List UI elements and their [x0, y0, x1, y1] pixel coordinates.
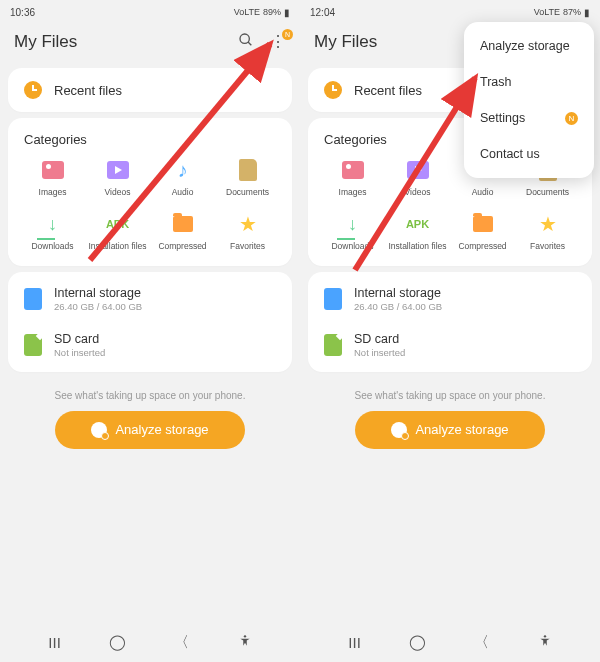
category-apk[interactable]: APKInstallation files	[85, 211, 150, 251]
nav-home[interactable]: ◯	[409, 633, 426, 651]
internal-storage-sub: 26.40 GB / 64.00 GB	[354, 301, 442, 312]
analyze-label: Analyze storage	[115, 422, 208, 437]
status-battery: 87%	[563, 7, 581, 17]
status-time: 12:04	[310, 7, 335, 18]
nav-accessibility[interactable]	[238, 634, 252, 651]
nav-back[interactable]: 〈	[474, 633, 489, 652]
svg-point-5	[544, 635, 546, 637]
sd-card-sub: Not inserted	[54, 347, 105, 358]
analyze-label: Analyze storage	[415, 422, 508, 437]
analyze-icon	[391, 422, 407, 438]
page-title: My Files	[14, 32, 77, 52]
status-bar: 10:36 VoLTE 89% ▮	[0, 0, 300, 24]
storage-hint: See what's taking up space on your phone…	[300, 390, 600, 401]
svg-point-0	[240, 34, 249, 43]
category-audio[interactable]: ♪Audio	[150, 157, 215, 197]
internal-storage-icon	[24, 288, 42, 310]
category-images[interactable]: Images	[20, 157, 85, 197]
screen-left: 10:36 VoLTE 89% ▮ My Files ⋮ N Recent fi…	[0, 0, 300, 662]
downloads-icon: ↓	[40, 211, 66, 237]
recent-label: Recent files	[354, 83, 422, 98]
nav-bar: III ◯ 〈	[0, 622, 300, 662]
menu-contact-us[interactable]: Contact us	[464, 136, 594, 172]
nav-home[interactable]: ◯	[109, 633, 126, 651]
notification-badge: N	[282, 29, 293, 40]
category-compressed[interactable]: Compressed	[450, 211, 515, 251]
videos-icon	[407, 161, 429, 179]
clock-icon	[24, 81, 42, 99]
recent-label: Recent files	[54, 83, 122, 98]
internal-storage-sub: 26.40 GB / 64.00 GB	[54, 301, 142, 312]
nav-back[interactable]: 〈	[174, 633, 189, 652]
category-documents[interactable]: Documents	[215, 157, 280, 197]
settings-badge: N	[565, 112, 578, 125]
nav-recents[interactable]: III	[48, 634, 61, 651]
compressed-icon	[473, 216, 493, 232]
category-videos[interactable]: Videos	[85, 157, 150, 197]
apk-icon: APK	[405, 211, 431, 237]
categories-title: Categories	[24, 132, 276, 147]
nav-recents[interactable]: III	[348, 634, 361, 651]
analyze-storage-button[interactable]: Analyze storage	[355, 411, 545, 449]
categories-card: Categories Images Videos ♪Audio Document…	[8, 118, 292, 266]
internal-storage-row[interactable]: Internal storage 26.40 GB / 64.00 GB	[8, 276, 292, 322]
page-title: My Files	[314, 32, 377, 52]
favorites-icon: ★	[535, 211, 561, 237]
app-header: My Files ⋮ N	[0, 24, 300, 62]
nav-accessibility[interactable]	[538, 634, 552, 651]
images-icon	[42, 161, 64, 179]
videos-icon	[107, 161, 129, 179]
internal-storage-row[interactable]: Internal storage 26.40 GB / 64.00 GB	[308, 276, 592, 322]
analyze-icon	[91, 422, 107, 438]
images-icon	[342, 161, 364, 179]
overflow-menu: Analyze storage Trash SettingsN Contact …	[464, 22, 594, 178]
status-signal: VoLTE	[534, 7, 560, 17]
status-bar: 12:04 VoLTE 87% ▮	[300, 0, 600, 24]
internal-storage-label: Internal storage	[354, 286, 442, 300]
nav-bar: III ◯ 〈	[300, 622, 600, 662]
compressed-icon	[173, 216, 193, 232]
category-downloads[interactable]: ↓Downloads	[320, 211, 385, 251]
svg-line-1	[248, 42, 251, 45]
storage-card: Internal storage 26.40 GB / 64.00 GB SD …	[308, 272, 592, 372]
category-compressed[interactable]: Compressed	[150, 211, 215, 251]
clock-icon	[324, 81, 342, 99]
recent-files-card[interactable]: Recent files	[8, 68, 292, 112]
battery-icon: ▮	[284, 7, 290, 18]
sd-card-label: SD card	[354, 332, 405, 346]
apk-icon: APK	[105, 211, 131, 237]
downloads-icon: ↓	[340, 211, 366, 237]
internal-storage-label: Internal storage	[54, 286, 142, 300]
sd-card-label: SD card	[54, 332, 105, 346]
internal-storage-icon	[324, 288, 342, 310]
analyze-storage-button[interactable]: Analyze storage	[55, 411, 245, 449]
screen-right: 12:04 VoLTE 87% ▮ My Files Analyze stora…	[300, 0, 600, 662]
sd-card-row[interactable]: SD card Not inserted	[308, 322, 592, 368]
audio-icon: ♪	[170, 157, 196, 183]
sd-card-icon	[24, 334, 42, 356]
category-favorites[interactable]: ★Favorites	[515, 211, 580, 251]
status-signal: VoLTE	[234, 7, 260, 17]
status-battery: 89%	[263, 7, 281, 17]
category-apk[interactable]: APKInstallation files	[385, 211, 450, 251]
menu-trash[interactable]: Trash	[464, 64, 594, 100]
category-downloads[interactable]: ↓Downloads	[20, 211, 85, 251]
sd-card-row[interactable]: SD card Not inserted	[8, 322, 292, 368]
svg-point-2	[244, 635, 246, 637]
sd-card-icon	[324, 334, 342, 356]
category-favorites[interactable]: ★Favorites	[215, 211, 280, 251]
category-videos[interactable]: Videos	[385, 157, 450, 197]
sd-card-sub: Not inserted	[354, 347, 405, 358]
category-images[interactable]: Images	[320, 157, 385, 197]
menu-settings[interactable]: SettingsN	[464, 100, 594, 136]
status-time: 10:36	[10, 7, 35, 18]
battery-icon: ▮	[584, 7, 590, 18]
storage-card: Internal storage 26.40 GB / 64.00 GB SD …	[8, 272, 292, 372]
storage-hint: See what's taking up space on your phone…	[0, 390, 300, 401]
more-button[interactable]: ⋮ N	[270, 33, 286, 51]
documents-icon	[239, 159, 257, 181]
menu-analyze-storage[interactable]: Analyze storage	[464, 28, 594, 64]
favorites-icon: ★	[235, 211, 261, 237]
search-button[interactable]	[238, 32, 254, 52]
